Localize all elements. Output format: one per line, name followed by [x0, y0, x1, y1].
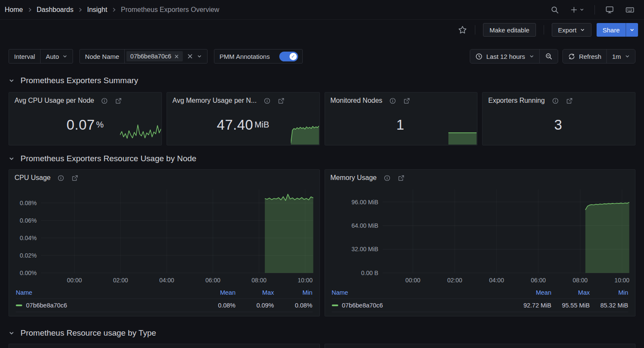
- breadcrumb-insight[interactable]: Insight: [87, 6, 107, 14]
- chevron-down-icon: [625, 54, 630, 59]
- external-link-icon[interactable]: [566, 97, 573, 104]
- pmm-annotations-toggle[interactable]: ✓: [279, 52, 298, 61]
- refresh-button[interactable]: Refresh: [563, 49, 607, 63]
- clear-selection-icon[interactable]: [187, 53, 193, 59]
- export-button[interactable]: Export: [552, 23, 591, 37]
- external-link-icon[interactable]: [71, 174, 79, 182]
- panel-title[interactable]: CPU Usage: [15, 174, 50, 182]
- keyboard-shortcuts-icon[interactable]: [622, 3, 638, 17]
- chevron-down-icon: [9, 330, 15, 336]
- svg-text:02:00: 02:00: [113, 277, 128, 284]
- chevron-down-icon: [629, 27, 635, 32]
- chevron-down-icon[interactable]: [197, 54, 202, 59]
- add-new-button[interactable]: [567, 3, 588, 16]
- charts-row: CPU Usage 00:0002:0004:0006:0008:0010:00…: [0, 169, 644, 316]
- stat-panel-monitored-nodes: Monitored Nodes 1: [325, 92, 478, 145]
- svg-text:96.00 MiB: 96.00 MiB: [351, 199, 378, 206]
- svg-text:00:00: 00:00: [405, 277, 420, 284]
- section-title-by-node: Prometheus Exporters Resource Usage by N…: [20, 154, 196, 163]
- stat-value: 1: [396, 117, 404, 133]
- legend-row: 07b6be8a70c6 92.72 MiB 95.55 MiB 85.32 M…: [332, 299, 629, 312]
- legend-header-mean[interactable]: Mean: [513, 289, 551, 296]
- svg-text:0.00%: 0.00%: [20, 270, 37, 276]
- legend-header-min[interactable]: Min: [590, 289, 628, 296]
- section-title-summary: Prometheus Exporters Summary: [20, 76, 138, 85]
- time-series-plot[interactable]: 00:0002:0004:0006:0008:0010:000.00 B32.0…: [325, 184, 635, 287]
- legend-header-max[interactable]: Max: [551, 289, 590, 296]
- zoom-out-button[interactable]: [540, 49, 558, 63]
- divider: [544, 25, 544, 35]
- legend-row: 07b6be8a70c6 0.08% 0.09% 0.08%: [16, 299, 313, 312]
- share-button[interactable]: Share: [597, 23, 626, 37]
- info-icon[interactable]: [389, 97, 396, 104]
- external-link-icon[interactable]: [115, 97, 122, 104]
- toggle-check-icon: ✓: [290, 53, 297, 60]
- chart-panel-memory-usage: Memory Usage 00:0002:0004:0006:0008:0010…: [325, 169, 636, 316]
- series-name[interactable]: 07b6be8a70c6: [342, 302, 383, 309]
- time-series-plot[interactable]: 00:0002:0004:0006:0008:0010:000.00%0.02%…: [9, 184, 319, 287]
- section-row-by-type[interactable]: Prometheus Resource usage by Type: [0, 328, 644, 339]
- breadcrumb-home[interactable]: Home: [5, 6, 23, 14]
- svg-text:04:00: 04:00: [489, 277, 504, 284]
- panel-title[interactable]: Memory Usage: [331, 174, 377, 182]
- breadcrumb-dashboards[interactable]: Dashboards: [37, 6, 73, 14]
- svg-text:0.02%: 0.02%: [20, 252, 37, 259]
- external-link-icon[interactable]: [398, 174, 405, 182]
- interval-select[interactable]: Auto: [41, 49, 73, 63]
- svg-text:10:00: 10:00: [298, 277, 313, 284]
- kiosk-mode-icon[interactable]: [602, 3, 618, 17]
- pmm-annotations-label: PMM Annotations: [214, 49, 275, 63]
- stat-unit: %: [96, 120, 104, 130]
- svg-text:32.00 MiB: 32.00 MiB: [351, 246, 378, 252]
- chevron-down-icon: [580, 27, 585, 32]
- star-icon[interactable]: [458, 25, 467, 35]
- series-name[interactable]: 07b6be8a70c6: [26, 302, 67, 309]
- panel-title[interactable]: Avg CPU Usage per Node: [15, 97, 94, 104]
- svg-text:0.04%: 0.04%: [20, 235, 37, 241]
- series-swatch: [332, 304, 338, 306]
- sparkline: [120, 123, 161, 145]
- external-link-icon[interactable]: [278, 97, 285, 104]
- interval-variable: Interval Auto: [9, 49, 73, 64]
- legend-header-max[interactable]: Max: [236, 289, 274, 296]
- chevron-down-icon: [62, 54, 67, 59]
- legend-header-mean[interactable]: Mean: [197, 289, 236, 296]
- legend-mean-value: 92.72 MiB: [513, 302, 551, 309]
- zoom-out-icon: [545, 52, 553, 60]
- info-icon[interactable]: [552, 97, 559, 104]
- legend-header-name[interactable]: Name: [332, 289, 513, 296]
- stat-unit: MiB: [255, 120, 269, 130]
- share-menu-button[interactable]: [626, 23, 638, 37]
- info-icon[interactable]: [263, 97, 271, 104]
- node-name-chip[interactable]: 07b6be8a70c6: [126, 51, 183, 61]
- svg-text:0.00 B: 0.00 B: [361, 270, 378, 276]
- node-name-variable: Node Name 07b6be8a70c6: [79, 49, 208, 64]
- breadcrumb-current-page: Prometheus Exporters Overview: [121, 6, 219, 14]
- legend-max-value: 95.55 MiB: [551, 302, 590, 309]
- external-link-icon[interactable]: [403, 97, 410, 104]
- info-icon[interactable]: [57, 174, 64, 182]
- legend-header-min[interactable]: Min: [274, 289, 313, 296]
- share-split-button: Share: [597, 23, 638, 37]
- stats-row: Avg CPU Usage per Node 0.07 % Avg Memory…: [0, 92, 644, 145]
- panel-title[interactable]: Exporters Running: [488, 97, 545, 104]
- section-title-by-type: Prometheus Resource usage by Type: [20, 328, 156, 338]
- sparkline: [448, 123, 477, 145]
- legend-header-name[interactable]: Name: [16, 289, 197, 296]
- pmm-annotations-control: PMM Annotations ✓: [214, 49, 303, 64]
- cut-off-panel: [9, 344, 320, 348]
- time-range-button[interactable]: Last 12 hours: [470, 49, 539, 63]
- section-row-by-node[interactable]: Prometheus Exporters Resource Usage by N…: [0, 153, 644, 164]
- legend-table: Name Mean Max Min 07b6be8a70c6 0.08% 0.0…: [9, 287, 319, 312]
- info-icon[interactable]: [383, 174, 391, 182]
- chevron-right-icon: [111, 7, 117, 13]
- refresh-interval-select[interactable]: 1m: [607, 49, 635, 63]
- panel-title[interactable]: Avg Memory Usage per N...: [173, 97, 257, 104]
- search-icon[interactable]: [547, 3, 562, 17]
- panel-title[interactable]: Monitored Nodes: [331, 97, 383, 104]
- section-row-summary[interactable]: Prometheus Exporters Summary: [0, 75, 644, 86]
- make-editable-button[interactable]: Make editable: [483, 23, 536, 37]
- stat-value: 0.07: [67, 117, 95, 133]
- dashboard-toolbar: Make editable Export Share: [0, 20, 644, 40]
- info-icon[interactable]: [101, 97, 108, 104]
